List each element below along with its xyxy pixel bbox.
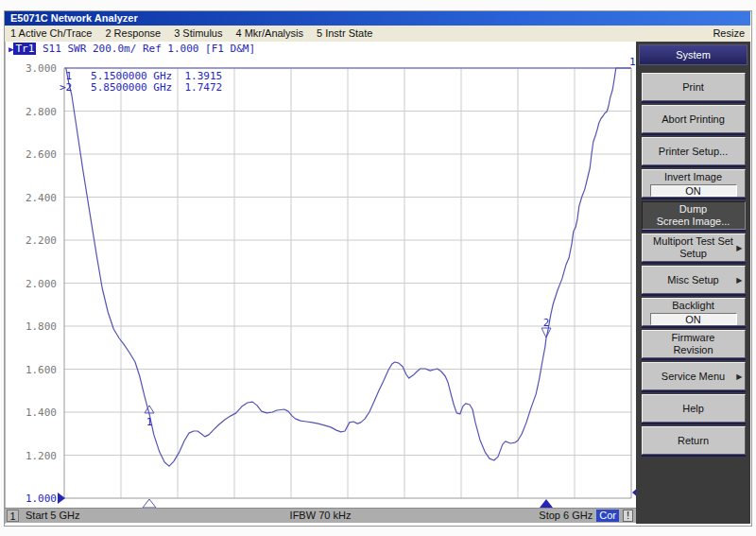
- trace-number-label: 1: [629, 56, 636, 68]
- y-axis-tick-label: 2.200: [15, 234, 57, 247]
- softkey-return[interactable]: Return: [642, 426, 746, 455]
- softkey-label: Help: [682, 403, 704, 415]
- softkey-service-menu[interactable]: Service Menu▶: [642, 362, 746, 390]
- softkey-invert-image[interactable]: Invert ImageON: [642, 169, 746, 198]
- y-axis-tick-label: 1.800: [15, 320, 57, 333]
- y-axis-tick-label: 1.400: [15, 406, 57, 419]
- softkey-invert-image-state: ON: [650, 184, 737, 197]
- softkey-backlight-state: ON: [650, 313, 737, 325]
- softkey-label: Multiport Test Set: [653, 235, 733, 248]
- sidebar-title: System: [639, 44, 747, 65]
- softkey-label: Misc Setup: [667, 274, 718, 286]
- correction-badge: Cor: [596, 510, 619, 522]
- y-axis-tick-label: 2.400: [15, 192, 57, 204]
- status-bar-right: Stop 6 GHz Cor !: [539, 509, 633, 523]
- sidebar-menu: System PrintAbort PrintingPrinter Setup.…: [636, 42, 750, 524]
- softkey-label: Firmware: [672, 332, 715, 344]
- menu-bar-items: 1 Active Ch/Trace2 Response3 Stimulus4 M…: [10, 26, 386, 42]
- menu-item[interactable]: 2 Response: [105, 26, 161, 42]
- menu-item[interactable]: 1 Active Ch/Trace: [10, 26, 92, 42]
- menu-item[interactable]: 5 Instr State: [317, 26, 372, 42]
- y-axis-tick-label: 2.000: [15, 278, 57, 290]
- softkey-label: Printer Setup...: [659, 146, 728, 158]
- softkey-firmware-revision[interactable]: FirmwareRevision: [642, 330, 746, 358]
- y-axis-tick-label: 2.800: [15, 106, 57, 118]
- softkey-printer-setup[interactable]: Printer Setup...: [642, 137, 746, 165]
- softkey-label: Print: [682, 81, 704, 94]
- title-bar[interactable]: E5071C Network Analyzer: [5, 11, 750, 26]
- softkey-print[interactable]: Print: [642, 73, 746, 101]
- softkey-label: Invert Image: [664, 171, 722, 183]
- submenu-arrow-icon: ▶: [736, 242, 742, 254]
- marker-readout-row: >2 5.8500000 GHz 1.7472: [60, 82, 222, 94]
- softkey-label: Abort Printing: [662, 113, 725, 126]
- softkey-label: Service Menu: [662, 371, 725, 383]
- softkey-dump-screen-image[interactable]: DumpScreen Image...: [642, 201, 746, 230]
- softkey-label: Backlight: [672, 300, 714, 312]
- softkey-help[interactable]: Help: [642, 394, 746, 423]
- softkey-label: Return: [678, 435, 709, 447]
- alert-indicator: !: [623, 510, 633, 522]
- softkey-multiport-test-set-setup[interactable]: Multiport Test SetSetup▶: [642, 233, 746, 262]
- y-axis-tick-label: 2.600: [15, 148, 57, 161]
- softkey-label: Setup: [679, 248, 707, 260]
- y-axis-tick-label: 1.000: [15, 493, 57, 505]
- y-axis-tick-label: 3.000: [15, 62, 57, 75]
- submenu-arrow-icon: ▶: [736, 371, 742, 383]
- menu-item[interactable]: 4 Mkr/Analysis: [235, 26, 303, 42]
- y-axis-tick-label: 1.200: [15, 450, 57, 462]
- softkey-list: PrintAbort PrintingPrinter Setup...Inver…: [636, 73, 750, 455]
- menu-bar: 1 Active Ch/Trace2 Response3 Stimulus4 M…: [5, 26, 750, 42]
- submenu-arrow-icon: ▶: [736, 274, 742, 286]
- softkey-backlight[interactable]: BacklightON: [642, 298, 746, 326]
- trace-settings-text: S11 SWR 200.0m/ Ref 1.000 [F1 D&M]: [36, 43, 255, 55]
- trace-badge[interactable]: Tr1: [13, 43, 36, 55]
- y-axis-tick-label: 1.600: [15, 364, 57, 376]
- resize-control[interactable]: Resize: [713, 26, 745, 42]
- trace-header: ▶Tr1 S11 SWR 200.0m/ Ref 1.000 [F1 D&M]: [9, 43, 255, 56]
- softkey-label: Screen Image...: [657, 216, 730, 228]
- softkey-label: Dump: [679, 203, 707, 216]
- softkey-label: Revision: [673, 344, 713, 356]
- screen: E5071C Network Analyzer 1 Active Ch/Trac…: [0, 0, 756, 536]
- window-title: E5071C Network Analyzer: [10, 12, 138, 24]
- softkey-misc-setup[interactable]: Misc Setup▶: [642, 266, 746, 294]
- menu-item[interactable]: 3 Stimulus: [174, 26, 222, 42]
- marker-readout: 1 5.1500000 GHz 1.3915>2 5.8500000 GHz 1…: [60, 71, 222, 94]
- softkey-abort-printing[interactable]: Abort Printing: [642, 105, 746, 133]
- status-bar: 1 Start 5 GHz IFBW 70 kHz Stop 6 GHz Cor…: [5, 508, 636, 523]
- sweep-stop-readout: Stop 6 GHz: [539, 509, 593, 523]
